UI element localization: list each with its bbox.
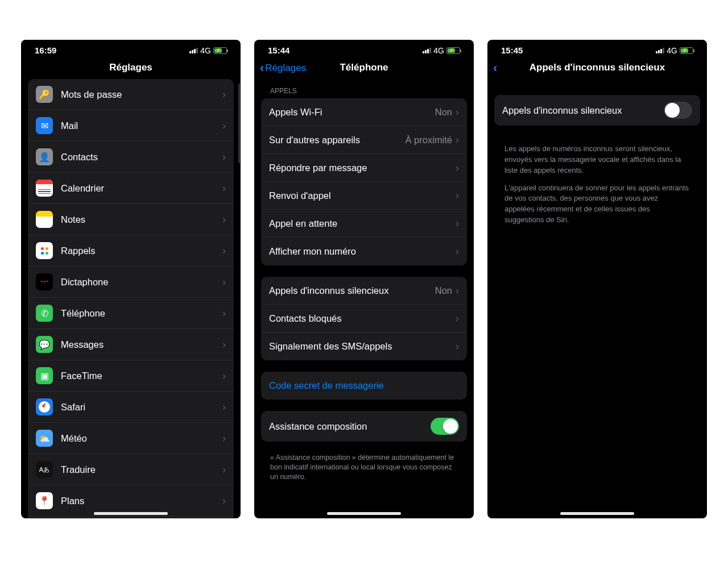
settings-row-dict[interactable]: 〰Dictaphone› xyxy=(28,267,234,298)
calls-group: Appels Wi-FiNon›Sur d'autres appareilsÀ … xyxy=(261,98,467,265)
row-label: Dictaphone xyxy=(61,277,222,288)
messages-icon: 💬 xyxy=(36,336,53,353)
dial-assist-row[interactable]: Assistance composition xyxy=(261,411,467,442)
calls-row-1[interactable]: Sur d'autres appareilsÀ proximité› xyxy=(261,126,467,154)
chevron-right-icon: › xyxy=(222,307,226,319)
settings-row-trans[interactable]: AあTraduire› xyxy=(28,454,234,485)
silence-toggle-row[interactable]: Appels d'inconnus silencieux xyxy=(494,95,700,126)
row-label: Appels d'inconnus silencieux xyxy=(269,285,435,296)
row-label: Calendrier xyxy=(61,183,222,194)
row-label: Notes xyxy=(61,214,222,225)
nav-bar: ‹ Réglages Téléphone xyxy=(254,57,474,79)
settings-row-key[interactable]: 🔑Mots de passe› xyxy=(28,79,234,110)
settings-row-measure[interactable]: 📏Mesures› xyxy=(28,517,234,518)
status-bar: 16:59 4G ⚡ xyxy=(21,40,241,57)
silence-content: Appels d'inconnus silencieux Les appels … xyxy=(487,79,707,518)
chevron-right-icon: › xyxy=(222,370,226,382)
block-row-2[interactable]: Signalement des SMS/appels› xyxy=(261,332,467,360)
nav-bar: ‹ Appels d'inconnus silencieux xyxy=(487,57,707,79)
block-row-0[interactable]: Appels d'inconnus silencieuxNon› xyxy=(261,277,467,305)
back-label: Réglages xyxy=(265,63,306,74)
notes-icon xyxy=(36,211,53,228)
settings-row-rem[interactable]: Rappels› xyxy=(28,235,234,267)
calls-row-3[interactable]: Renvoi d'appel› xyxy=(261,182,467,210)
row-label: Sur d'autres appareils xyxy=(269,135,405,146)
home-indicator[interactable] xyxy=(94,512,168,515)
row-label: Traduire xyxy=(61,464,222,475)
calls-row-5[interactable]: Afficher mon numéro› xyxy=(261,238,467,265)
home-indicator[interactable] xyxy=(327,512,401,515)
signal-icon xyxy=(189,48,198,53)
network-label: 4G xyxy=(433,46,444,55)
signal-icon xyxy=(423,48,431,53)
row-label: Rappels xyxy=(61,246,222,256)
network-label: 4G xyxy=(667,46,677,55)
settings-list[interactable]: 🔑Mots de passe›✉︎Mail›👤Contacts›Calendri… xyxy=(21,79,241,518)
nav-bar: Réglages xyxy=(21,57,241,79)
status-right: 4G ⚡ xyxy=(656,46,693,55)
settings-row-cal[interactable]: Calendrier› xyxy=(28,173,234,204)
row-label: Signalement des SMS/appels xyxy=(269,341,456,352)
settings-row-safari[interactable]: Safari› xyxy=(28,392,234,423)
chevron-right-icon: › xyxy=(222,339,226,351)
chevron-right-icon: › xyxy=(222,401,226,413)
battery-icon: ⚡ xyxy=(213,47,227,54)
status-time: 15:44 xyxy=(268,45,289,55)
block-row-1[interactable]: Contacts bloqués› xyxy=(261,305,467,332)
silence-group: Appels d'inconnus silencieux xyxy=(494,95,700,126)
row-label: Appel en attente xyxy=(269,218,456,229)
back-button[interactable]: ‹ Réglages xyxy=(260,62,306,74)
settings-row-notes[interactable]: Notes› xyxy=(28,204,234,235)
silence-description-2: L'appareil continuera de sonner pour les… xyxy=(494,176,700,226)
settings-row-phone[interactable]: ✆Téléphone› xyxy=(28,298,234,329)
status-time: 16:59 xyxy=(35,45,56,55)
calls-row-0[interactable]: Appels Wi-FiNon› xyxy=(261,98,467,126)
chevron-right-icon: › xyxy=(456,246,459,257)
chevron-right-icon: › xyxy=(222,245,226,257)
chevron-right-icon: › xyxy=(456,162,459,174)
calls-row-4[interactable]: Appel en attente› xyxy=(261,210,467,238)
row-label: Afficher mon numéro xyxy=(269,246,456,257)
scrollbar[interactable] xyxy=(238,84,240,163)
chevron-right-icon: › xyxy=(456,106,459,118)
row-label: Contacts bloqués xyxy=(269,313,456,324)
chevron-right-icon: › xyxy=(456,285,459,297)
row-label: FaceTime xyxy=(61,371,222,381)
status-right: 4G ⚡ xyxy=(189,46,227,55)
silence-toggle[interactable] xyxy=(664,102,692,119)
dial-assist-toggle[interactable] xyxy=(431,418,459,435)
chevron-right-icon: › xyxy=(222,151,226,163)
phone-settings-screen: 15:44 4G ⚡ ‹ Réglages Téléphone APPELS A… xyxy=(254,40,474,518)
chevron-right-icon: › xyxy=(222,495,226,507)
voicemail-group: Code secret de messagerie xyxy=(261,372,467,400)
chevron-left-icon: ‹ xyxy=(260,62,264,74)
silence-toggle-label: Appels d'inconnus silencieux xyxy=(502,105,664,116)
silence-unknown-screen: 15:45 4G ⚡ ‹ Appels d'inconnus silencieu… xyxy=(487,40,707,518)
settings-row-contacts[interactable]: 👤Contacts› xyxy=(28,142,234,173)
settings-row-msg[interactable]: 💬Messages› xyxy=(28,329,234,360)
reminders-icon xyxy=(36,242,53,259)
settings-row-ft[interactable]: ▣FaceTime› xyxy=(28,360,234,392)
voicemail-passcode-row[interactable]: Code secret de messagerie xyxy=(261,372,467,400)
calendar-icon xyxy=(36,180,53,197)
chevron-right-icon: › xyxy=(222,182,226,194)
row-label: Répondre par message xyxy=(269,163,456,173)
back-button[interactable]: ‹ xyxy=(493,62,498,74)
home-indicator[interactable] xyxy=(560,512,634,515)
apps-group: 🔑Mots de passe›✉︎Mail›👤Contacts›Calendri… xyxy=(28,79,234,518)
row-label: Téléphone xyxy=(61,308,222,319)
voice-memos-icon: 〰 xyxy=(36,273,53,290)
dial-assist-footer: « Assistance composition » détermine aut… xyxy=(261,453,467,488)
key-icon: 🔑 xyxy=(36,86,53,103)
section-header-calls: APPELS xyxy=(261,79,467,98)
dial-assist-label: Assistance composition xyxy=(269,421,431,432)
settings-row-mail[interactable]: ✉︎Mail› xyxy=(28,110,234,142)
battery-icon: ⚡ xyxy=(680,47,693,54)
row-label: Contacts xyxy=(61,152,222,163)
settings-row-weather[interactable]: ⛅Météo› xyxy=(28,423,234,454)
calls-row-2[interactable]: Répondre par message› xyxy=(261,154,467,182)
page-title: Téléphone xyxy=(340,62,388,73)
row-label: Messages xyxy=(61,339,222,350)
phone-settings-content[interactable]: APPELS Appels Wi-FiNon›Sur d'autres appa… xyxy=(254,79,474,518)
phone-icon: ✆ xyxy=(36,305,53,322)
